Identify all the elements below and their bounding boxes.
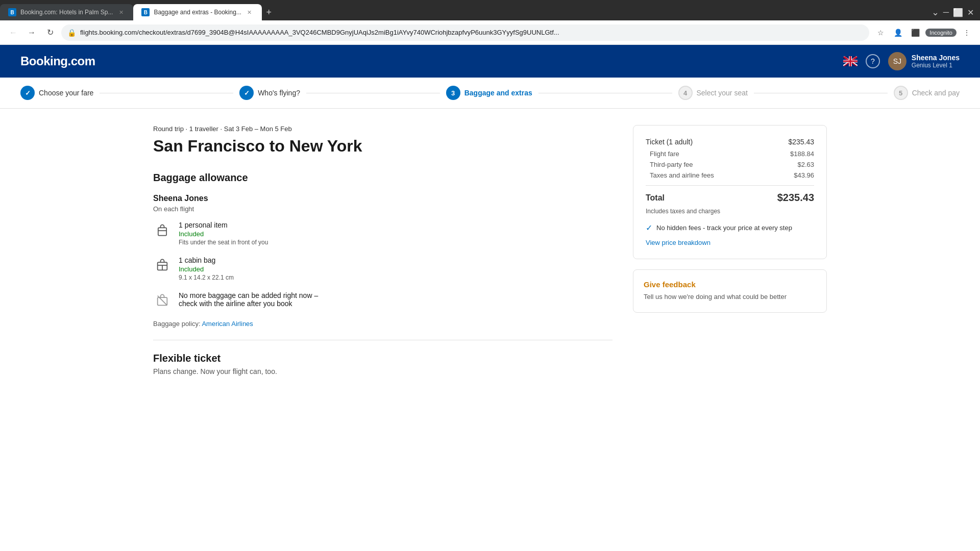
nav-bar: ← → ↻ 🔒 flights.booking.com/checkout/ext… [0,20,980,45]
tab-2-favicon: B [141,8,150,16]
step-connector-2-3 [306,93,440,93]
language-selector[interactable] [843,56,857,66]
nav-right: ☆ 👤 ⬛ Incognito ⋮ [873,26,974,40]
tab-2[interactable]: B Baggage and extras - Booking... ✕ [133,4,261,20]
tab-1[interactable]: B Booking.com: Hotels in Palm Sp... ✕ [0,4,133,20]
step-connector-4-5 [754,93,888,93]
breadcrumb: Round trip · 1 traveller · Sat 3 Feb – M… [153,125,612,133]
taxes-row: Taxes and airline fees $43.96 [646,171,814,179]
restore-button[interactable]: ⬜ [953,8,963,17]
flexible-section-desc: Plans change. Now your flight can, too. [153,367,612,375]
personal-bag-icon [153,221,172,239]
passenger-name: Sheena Jones [153,194,612,203]
svg-rect-9 [158,228,166,235]
flight-fare-label: Flight fare [646,150,679,158]
no-more-baggage-text: No more baggage can be added right now –… [179,291,318,308]
policy-prefix: Baggage policy: [153,320,201,328]
total-value: $235.43 [777,192,814,204]
cabin-bag-detail: 1 cabin bag Included 9.1 x 14.2 x 22.1 c… [179,256,234,281]
refresh-button[interactable]: ↻ [43,26,57,40]
incognito-badge: Incognito [925,29,957,37]
bookmark-button[interactable]: ☆ [873,26,888,40]
step-2: ✓ Who's flying? [239,86,300,100]
tab-2-label: Baggage and extras - Booking... [154,9,241,16]
no-more-baggage-row: No more baggage can be added right now –… [153,291,612,310]
feedback-card: Give feedback Tell us how we're doing an… [633,269,827,313]
no-baggage-icon [153,291,172,310]
forward-button[interactable]: → [24,26,39,40]
step-5-label: Check and pay [912,89,960,97]
personal-item-name: 1 personal item [179,221,268,229]
step-2-label: Who's flying? [258,89,300,97]
price-card: Ticket (1 adult) $235.43 Flight fare $18… [633,125,827,259]
taxes-value: $43.96 [794,171,814,179]
user-level: Genius Level 1 [912,62,960,69]
ticket-label: Ticket (1 adult) [646,138,693,146]
step-1: ✓ Choose your fare [20,86,93,100]
personal-item-detail: 1 personal item Included Fits under the … [179,221,268,246]
tab-2-close[interactable]: ✕ [246,8,254,16]
help-button[interactable]: ? [866,54,880,68]
flight-fare-value: $188.84 [790,150,814,158]
total-label: Total [646,193,665,203]
view-breakdown-link[interactable]: View price breakdown [646,239,814,246]
trip-travellers: 1 traveller [189,125,218,133]
step-4: 4 Select your seat [678,86,748,100]
url-text: flights.booking.com/checkout/extras/d769… [80,29,863,36]
profile-button[interactable]: 👤 [891,26,905,40]
check-icon: ✓ [646,223,652,233]
tab-1-close[interactable]: ✕ [117,8,125,16]
tab-bar: B Booking.com: Hotels in Palm Sp... ✕ B … [0,0,980,20]
extensions-button[interactable]: ⬛ [908,26,922,40]
tab-1-label: Booking.com: Hotels in Palm Sp... [20,9,113,16]
flexible-section-title: Flexible ticket [153,353,612,364]
trip-type: Round trip [153,125,184,133]
no-more-baggage-detail: No more baggage can be added right now –… [179,291,318,308]
trip-dates: Sat 3 Feb – Mon 5 Feb [224,125,292,133]
step-1-label: Choose your fare [39,89,93,97]
third-party-label: Third-party fee [646,161,693,168]
price-divider [646,185,814,186]
step-4-label: Select your seat [697,89,748,97]
step-1-circle: ✓ [20,86,35,100]
per-flight-label: On each flight [153,205,612,213]
main-content: Round trip · 1 traveller · Sat 3 Feb – M… [133,109,847,392]
back-button[interactable]: ← [6,26,20,40]
step-connector-3-4 [538,93,672,93]
minimize-button[interactable]: ─ [943,8,949,17]
total-row: Total $235.43 [646,192,814,204]
personal-item-status: Included [179,230,268,238]
site-header: Booking.com ? SJ [0,45,980,78]
feedback-title: Give feedback [644,280,816,289]
page-content: Booking.com ? SJ [0,45,980,551]
personal-item-row: 1 personal item Included Fits under the … [153,221,612,246]
lock-icon: 🔒 [67,29,76,37]
tab-list-button[interactable]: ⌄ [932,7,939,18]
page-title: San Francisco to New York [153,137,612,156]
total-includes: Includes taxes and charges [646,208,814,215]
baggage-section-title: Baggage allowance [153,172,612,184]
personal-item-desc: Fits under the seat in front of you [179,239,268,246]
user-info: Sheena Jones Genius Level 1 [912,54,960,69]
flight-fare-row: Flight fare $188.84 [646,150,814,158]
address-bar[interactable]: 🔒 flights.booking.com/checkout/extras/d7… [61,24,869,41]
third-party-value: $2.63 [797,161,814,168]
ticket-price-row: Ticket (1 adult) $235.43 [646,138,814,146]
cabin-bag-desc: 9.1 x 14.2 x 22.1 cm [179,274,234,281]
step-5: 5 Check and pay [894,86,960,100]
airline-policy-link[interactable]: American Airlines [202,320,253,328]
step-3-label: Baggage and extras [464,89,532,97]
step-4-circle: 4 [678,86,693,100]
menu-button[interactable]: ⋮ [960,26,974,40]
section-divider [153,340,612,340]
checkout-steps: ✓ Choose your fare ✓ Who's flying? 3 Bag… [0,78,980,109]
third-party-row: Third-party fee $2.63 [646,161,814,168]
user-avatar: SJ [888,52,906,70]
ticket-value: $235.43 [788,138,814,146]
browser-window: B Booking.com: Hotels in Palm Sp... ✕ B … [0,0,980,45]
user-menu[interactable]: SJ Sheena Jones Genius Level 1 [888,52,960,70]
svg-rect-8 [843,61,857,62]
tab-1-favicon: B [8,8,16,16]
close-window-button[interactable]: ✕ [967,8,974,17]
new-tab-button[interactable]: + [262,5,276,19]
